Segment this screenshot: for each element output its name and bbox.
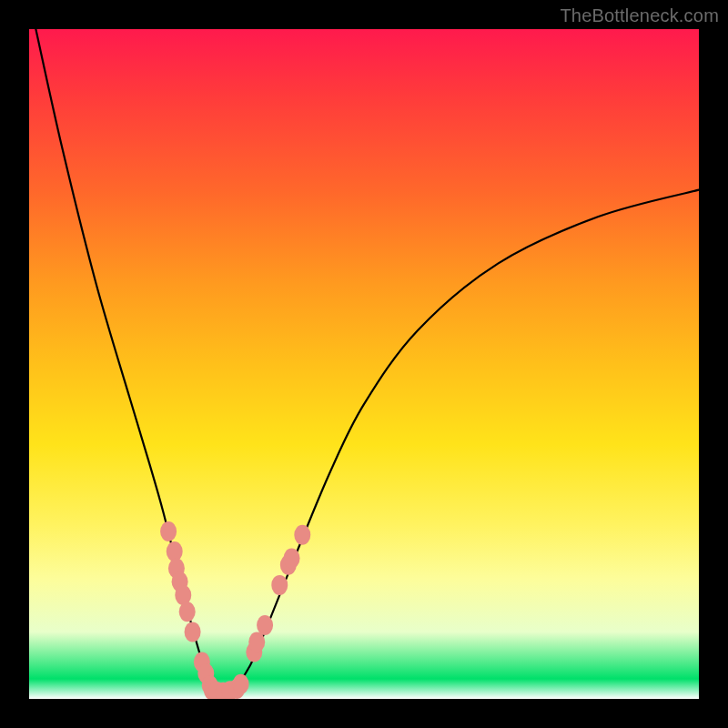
watermark-text: TheBottleneck.com [560, 5, 719, 26]
chart-frame: TheBottleneck.com [0, 0, 728, 728]
marker-dot [160, 521, 177, 541]
marker-dot [271, 575, 288, 595]
marker-dot [248, 632, 265, 652]
chart-svg [29, 29, 699, 699]
marker-dot [179, 602, 196, 622]
marker-dot [294, 525, 310, 545]
marker-dot [257, 615, 273, 635]
plot-area [29, 29, 699, 699]
marker-dot [167, 541, 183, 561]
highlight-markers [160, 521, 310, 699]
marker-dot [233, 674, 249, 694]
marker-dot [185, 622, 201, 642]
bottleneck-curve [35, 29, 699, 694]
marker-dot [284, 548, 300, 568]
